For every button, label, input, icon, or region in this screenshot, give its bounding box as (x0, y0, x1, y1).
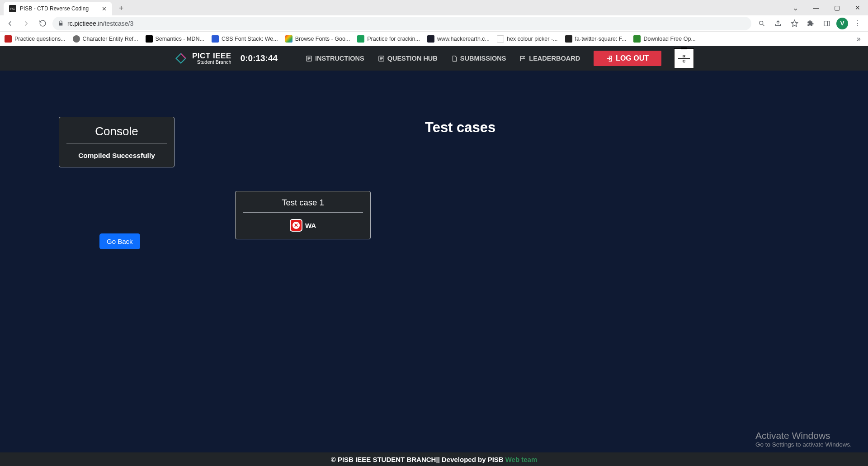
app-navbar: PICT IEEE Student Branch 0:0:13:44 INSTR… (0, 46, 868, 71)
wrong-answer-icon: ✕ (290, 219, 302, 232)
bookmark-item[interactable]: Practice for crackin... (357, 35, 420, 43)
back-button[interactable] (4, 17, 16, 30)
list-icon (306, 55, 312, 62)
rc-event-logo: RC (674, 48, 694, 68)
bookmark-item[interactable]: fa-twitter-square: F... (565, 35, 627, 43)
new-tab-button[interactable]: + (115, 2, 127, 14)
close-window-button[interactable]: ✕ (847, 0, 868, 15)
divider (66, 143, 167, 143)
console-panel: Console Compiled Successfully (59, 117, 175, 167)
bookmarks-overflow-icon[interactable]: » (857, 35, 863, 43)
flag-icon (519, 55, 526, 62)
lock-icon (58, 20, 64, 26)
console-message: Compiled Successfully (67, 152, 166, 160)
bookmarks-bar: Practice questions... Character Entity R… (0, 32, 868, 46)
star-icon[interactable] (788, 17, 801, 30)
bookmark-favicon (212, 35, 219, 43)
page-footer: © PISB IEEE STUDENT BRANCH || Developed … (0, 452, 868, 466)
console-title: Console (67, 124, 166, 143)
bookmark-favicon (565, 35, 572, 43)
bookmark-favicon (285, 35, 292, 43)
countdown-timer: 0:0:13:44 (241, 53, 278, 63)
tab-favicon: RC (9, 5, 16, 12)
profile-avatar[interactable]: V (836, 18, 848, 29)
reload-button[interactable] (36, 17, 49, 30)
bookmark-favicon (497, 35, 504, 43)
extensions-icon[interactable] (804, 17, 817, 30)
brand-title: PICT IEEE (192, 52, 231, 60)
brand-logo-icon (174, 52, 188, 65)
maximize-button[interactable]: ▢ (826, 0, 847, 15)
nav-leaderboard[interactable]: LEADERBOARD (516, 52, 584, 65)
minimize-button[interactable]: — (806, 0, 826, 15)
brand[interactable]: PICT IEEE Student Branch (174, 52, 231, 65)
svg-point-0 (760, 21, 763, 24)
activate-windows-watermark: Activate Windows Go to Settings to activ… (755, 430, 852, 448)
bookmark-favicon (73, 35, 80, 43)
bookmark-favicon (427, 35, 434, 43)
bookmark-item[interactable]: hex colour picker -... (497, 35, 558, 43)
footer-mid: || Developed by PISB (436, 456, 503, 463)
forward-button[interactable] (20, 17, 33, 30)
share-icon[interactable] (771, 17, 785, 30)
nav-question-hub[interactable]: QUESTION HUB (374, 52, 441, 65)
brand-subtitle: Student Branch (192, 60, 231, 65)
browser-toolbar: rc.pictieee.in/testcase/3 V ⋮ (0, 15, 868, 32)
logout-icon (606, 55, 613, 62)
testcase-card: Test case 1 ✕ WA (235, 191, 371, 239)
kebab-menu-icon[interactable]: ⋮ (851, 17, 864, 30)
zoom-icon[interactable] (755, 17, 769, 30)
chevron-down-icon[interactable]: ⌄ (785, 0, 806, 15)
browser-titlebar: RC PISB - CTD Reverse Coding ✕ + ⌄ — ▢ ✕ (0, 0, 868, 15)
bookmark-item[interactable]: Semantics - MDN... (146, 35, 204, 43)
divider (243, 212, 363, 213)
footer-webteam-link[interactable]: Web team (505, 456, 538, 463)
go-back-button[interactable]: Go Back (99, 233, 140, 249)
bookmark-favicon (5, 35, 12, 43)
testcase-title: Test case 1 (242, 198, 364, 212)
nav-submissions[interactable]: SUBMISSIONS (448, 52, 510, 65)
address-bar[interactable]: rc.pictieee.in/testcase/3 (52, 17, 751, 30)
page-body: PICT IEEE Student Branch 0:0:13:44 INSTR… (0, 46, 868, 466)
url-text: rc.pictieee.in/testcase/3 (67, 20, 133, 27)
bookmark-favicon (633, 35, 641, 43)
bookmark-item[interactable]: Practice questions... (5, 35, 66, 43)
bookmark-item[interactable]: www.hackerearth.c... (427, 35, 490, 43)
bookmark-item[interactable]: CSS Font Stack: We... (212, 35, 278, 43)
bookmark-favicon (357, 35, 364, 43)
browser-tab[interactable]: RC PISB - CTD Reverse Coding ✕ (4, 2, 112, 15)
side-panel-icon[interactable] (820, 17, 834, 30)
svg-rect-1 (824, 21, 830, 26)
bookmark-favicon (146, 35, 153, 43)
tab-title: PISB - CTD Reverse Coding (20, 5, 98, 12)
file-icon (451, 55, 458, 62)
bookmark-item[interactable]: Browse Fonts - Goo... (285, 35, 350, 43)
testcases-heading: Test cases (425, 119, 495, 136)
bookmark-item[interactable]: Download Free Op... (633, 35, 695, 43)
bookmark-item[interactable]: Character Entity Ref... (73, 35, 138, 43)
nav-instructions[interactable]: INSTRUCTIONS (302, 52, 368, 65)
close-icon[interactable]: ✕ (102, 5, 107, 12)
logout-button[interactable]: LOG OUT (594, 51, 661, 66)
footer-left: © PISB IEEE STUDENT BRANCH (331, 456, 436, 463)
list-icon (378, 55, 385, 62)
testcase-status: WA (305, 222, 316, 229)
